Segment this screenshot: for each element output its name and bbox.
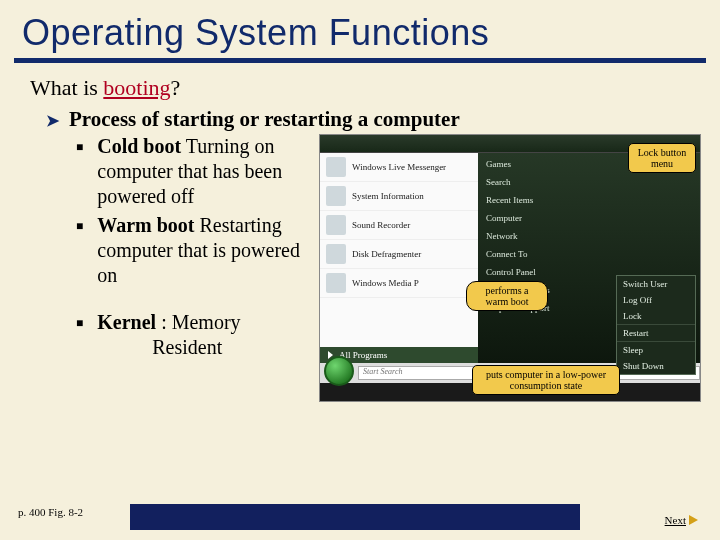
start-menu-figure: Windows Live Messenger System Informatio… (319, 134, 701, 402)
start-menu-left-pane: Windows Live Messenger System Informatio… (320, 153, 478, 363)
menu-item-log-off[interactable]: Log Off (617, 292, 695, 308)
sub-bullet-text: Kernel : Memory Resident (97, 310, 240, 360)
list-item[interactable]: Recent Items (478, 191, 700, 209)
list-item[interactable]: Windows Media P (320, 269, 478, 298)
sub-bullet-text: Cold boot Turning on computer that has b… (97, 134, 311, 209)
list-item[interactable]: Network (478, 227, 700, 245)
question-emphasis: booting (103, 75, 170, 100)
sub-bullet-text: Warm boot Restarting computer that is po… (97, 213, 311, 288)
square-bullet-icon: ■ (76, 316, 83, 360)
list-item[interactable]: Disk Defragmenter (320, 240, 478, 269)
list-item[interactable]: Windows Live Messenger (320, 153, 478, 182)
question-line: What is booting? (0, 73, 720, 107)
sub-bullet: ■ Warm boot Restarting computer that is … (76, 213, 311, 288)
menu-item-restart[interactable]: Restart (617, 325, 695, 341)
app-icon (326, 244, 346, 264)
question-prefix: What is (30, 75, 103, 100)
menu-item-shut-down[interactable]: Shut Down (617, 358, 695, 374)
question-suffix: ? (171, 75, 181, 100)
list-item[interactable]: Computer (478, 209, 700, 227)
callout-low-power: puts computer in a low-power consumption… (472, 365, 620, 395)
arrow-right-icon (689, 515, 698, 525)
app-icon (326, 157, 346, 177)
list-item[interactable]: Sound Recorder (320, 211, 478, 240)
callout-lock-button-menu: Lock button menu (628, 143, 696, 173)
list-item[interactable]: Search (478, 173, 700, 191)
menu-item-lock[interactable]: Lock (617, 308, 695, 324)
arrow-bullet-icon: ➤ (46, 111, 59, 130)
power-menu: Switch User Log Off Lock Restart Sleep S… (616, 275, 696, 375)
slide-title: Operating System Functions (0, 0, 720, 58)
app-icon (326, 215, 346, 235)
sub-bullet: ■ Cold boot Turning on computer that has… (76, 134, 311, 209)
app-icon (326, 186, 346, 206)
app-icon (326, 273, 346, 293)
list-item[interactable]: System Information (320, 182, 478, 211)
callout-warm-boot: performs a warm boot (466, 281, 548, 311)
list-item[interactable]: Connect To (478, 245, 700, 263)
next-button[interactable]: Next (665, 514, 698, 526)
start-orb-icon[interactable] (324, 356, 354, 386)
square-bullet-icon: ■ (76, 219, 83, 288)
sub-bullet-list: ■ Cold boot Turning on computer that has… (76, 134, 311, 402)
menu-item-switch-user[interactable]: Switch User (617, 276, 695, 292)
main-bullet: ➤ Process of starting or restarting a co… (0, 107, 720, 132)
page-reference: p. 400 Fig. 8-2 (0, 506, 83, 540)
square-bullet-icon: ■ (76, 140, 83, 209)
main-bullet-text: Process of starting or restarting a comp… (69, 107, 460, 132)
footer-strip (130, 504, 580, 530)
title-rule (14, 58, 706, 63)
sub-bullet: ■ Kernel : Memory Resident (76, 310, 311, 360)
next-label: Next (665, 514, 686, 526)
menu-item-sleep[interactable]: Sleep (617, 342, 695, 358)
